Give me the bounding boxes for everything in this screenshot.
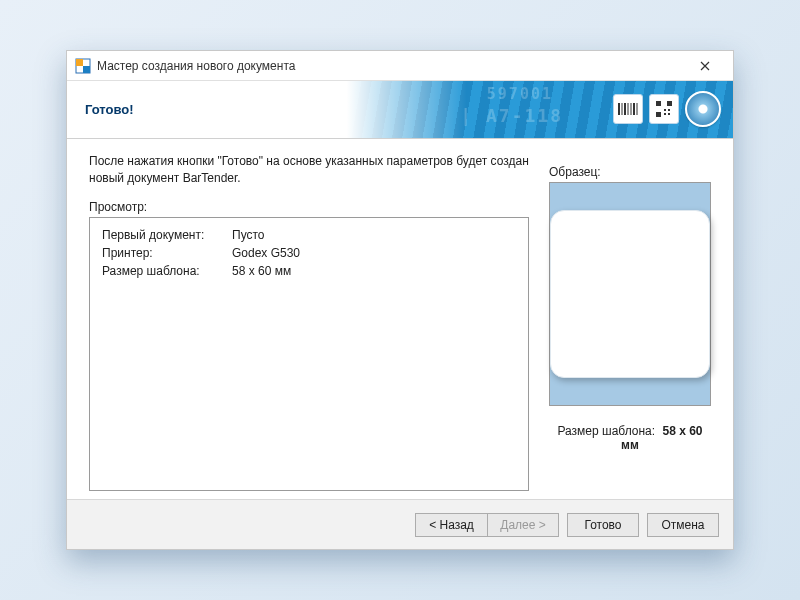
wizard-dialog: Мастер создания нового документа Готово!…	[66, 50, 734, 550]
svg-rect-14	[668, 113, 670, 115]
nav-button-group: < Назад Далее >	[415, 513, 559, 537]
svg-rect-2	[83, 66, 90, 73]
label-shape	[550, 210, 710, 378]
barcode-icon	[613, 94, 643, 124]
content-area: После нажатия кнопки "Готово" на основе …	[67, 139, 733, 499]
app-icon	[75, 58, 91, 74]
template-size-value: 58 x 60 мм	[232, 264, 291, 278]
svg-rect-11	[667, 101, 672, 106]
printer-value: Godex G530	[232, 246, 300, 260]
preview-label: Просмотр:	[89, 200, 529, 214]
svg-rect-15	[664, 113, 666, 115]
disc-icon	[685, 91, 721, 127]
sample-size: Размер шаблона: 58 x 60 мм	[549, 424, 711, 452]
close-button[interactable]	[685, 52, 725, 80]
intro-text: После нажатия кнопки "Готово" на основе …	[89, 153, 529, 188]
svg-rect-16	[668, 109, 670, 111]
svg-rect-13	[664, 109, 666, 111]
svg-rect-1	[76, 59, 83, 66]
cancel-button[interactable]: Отмена	[647, 513, 719, 537]
table-row: Размер шаблона: 58 x 60 мм	[102, 264, 516, 278]
sample-label: Образец:	[549, 165, 711, 179]
qr-icon	[649, 94, 679, 124]
right-column: Образец: Размер шаблона: 58 x 60 мм	[549, 153, 711, 491]
back-button[interactable]: < Назад	[415, 513, 487, 537]
banner-icons	[613, 91, 721, 127]
footer: < Назад Далее > Готово Отмена	[67, 499, 733, 549]
next-button: Далее >	[487, 513, 559, 537]
first-document-value: Пусто	[232, 228, 265, 242]
page-heading: Готово!	[85, 102, 134, 117]
finish-button[interactable]: Готово	[567, 513, 639, 537]
svg-rect-10	[656, 101, 661, 106]
sample-preview	[549, 182, 711, 406]
window-title: Мастер создания нового документа	[97, 59, 685, 73]
preview-box: Первый документ: Пусто Принтер: Godex G5…	[89, 217, 529, 491]
first-document-label: Первый документ:	[102, 228, 232, 242]
table-row: Первый документ: Пусто	[102, 228, 516, 242]
close-icon	[700, 61, 710, 71]
table-row: Принтер: Godex G530	[102, 246, 516, 260]
sample-size-label: Размер шаблона:	[557, 424, 655, 438]
header-banner: Готово! 597001 | A7-118	[67, 81, 733, 139]
svg-rect-12	[656, 112, 661, 117]
printer-label: Принтер:	[102, 246, 232, 260]
left-column: После нажатия кнопки "Готово" на основе …	[89, 153, 529, 491]
titlebar: Мастер создания нового документа	[67, 51, 733, 81]
template-size-label: Размер шаблона:	[102, 264, 232, 278]
